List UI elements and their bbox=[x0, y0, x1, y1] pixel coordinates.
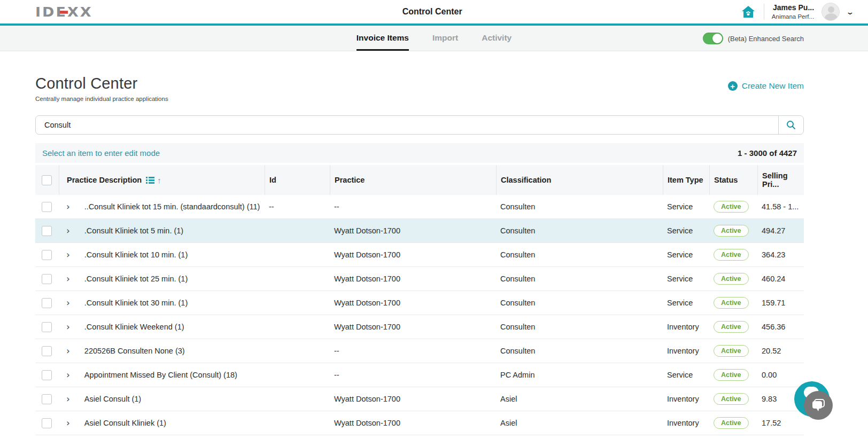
header-id[interactable]: Id bbox=[265, 165, 330, 195]
row-selling-price: 41.58 - 1... bbox=[762, 202, 799, 211]
expand-chevron-icon[interactable]: › bbox=[66, 371, 70, 380]
row-checkbox-cell bbox=[35, 226, 59, 236]
row-checkbox-cell bbox=[35, 370, 59, 380]
row-selling-price: 456.36 bbox=[762, 323, 785, 331]
table-row[interactable]: › ..Consult Kliniek tot 15 min. (standaa… bbox=[35, 195, 804, 219]
table-row[interactable]: › .Consult Kliniek tot 25 min. (1) Wyatt… bbox=[35, 267, 804, 291]
row-item-type-cell: Service bbox=[663, 202, 709, 211]
row-practice-cell: Wyatt Dotson-1700 bbox=[330, 299, 496, 307]
row-description[interactable]: .Consult Kliniek tot 5 min. (1) bbox=[84, 226, 183, 235]
row-practice: Wyatt Dotson-1700 bbox=[334, 419, 400, 427]
header-item-type[interactable]: Item Type bbox=[663, 165, 709, 195]
expand-chevron-icon[interactable]: › bbox=[66, 323, 70, 332]
row-classification: Asiel bbox=[500, 395, 517, 403]
row-status-cell: Active bbox=[709, 417, 757, 429]
table-row[interactable]: › .Consult Kliniek tot 30 min. (1) Wyatt… bbox=[35, 291, 804, 315]
row-classification-cell: Consulten bbox=[496, 275, 663, 283]
row-description[interactable]: Asiel Consult (1) bbox=[84, 395, 141, 403]
header-status[interactable]: Status bbox=[709, 165, 757, 195]
row-item-type: Inventory bbox=[667, 419, 699, 427]
table-row[interactable]: › .Consult Kliniek tot 5 min. (1) Wyatt … bbox=[35, 219, 804, 243]
table-row[interactable]: › .Consult Kliniek Weekend (1) Wyatt Dot… bbox=[35, 315, 804, 339]
row-item-type: Service bbox=[667, 275, 693, 283]
status-badge: Active bbox=[714, 369, 749, 381]
status-badge: Active bbox=[714, 417, 749, 429]
expand-chevron-icon[interactable]: › bbox=[66, 347, 70, 356]
expand-chevron-icon[interactable]: › bbox=[66, 202, 70, 211]
chevron-down-icon[interactable]: ⌄ bbox=[846, 8, 854, 16]
tab-activity[interactable]: Activity bbox=[482, 26, 511, 51]
user-info[interactable]: James Pu... Animana Perf... bbox=[772, 3, 814, 20]
row-status-cell: Active bbox=[709, 297, 757, 309]
row-classification-cell: PC Admin bbox=[496, 371, 663, 379]
header-practice[interactable]: Practice bbox=[330, 165, 496, 195]
row-checkbox[interactable] bbox=[42, 394, 52, 404]
table-row[interactable]: › 220526B Consulten None (3) -- Consulte… bbox=[35, 339, 804, 363]
row-practice-cell: Wyatt Dotson-1700 bbox=[330, 275, 496, 283]
row-description[interactable]: ..Consult Kliniek tot 15 min. (standaard… bbox=[84, 202, 260, 211]
row-checkbox[interactable] bbox=[42, 226, 52, 236]
chat-bubble-launcher-icon bbox=[804, 391, 833, 420]
header-practice-description[interactable]: Practice Description ↑ bbox=[59, 165, 265, 195]
row-checkbox[interactable] bbox=[42, 370, 52, 380]
header-selling-price-label: Selling Pri... bbox=[762, 171, 804, 189]
home-button[interactable] bbox=[740, 4, 756, 20]
row-classification: Consulten bbox=[500, 250, 535, 259]
row-item-type-cell: Service bbox=[663, 299, 709, 307]
row-checkbox[interactable] bbox=[42, 250, 52, 260]
table-row[interactable]: › .Consult Kliniek tot 10 min. (1) Wyatt… bbox=[35, 243, 804, 267]
row-description[interactable]: .Consult Kliniek tot 10 min. (1) bbox=[84, 250, 188, 259]
status-badge: Active bbox=[714, 249, 749, 261]
page-title-row: Control Center Centrally manage individu… bbox=[35, 75, 804, 102]
row-checkbox[interactable] bbox=[42, 202, 52, 212]
table-row[interactable]: › Asiel Consult (1) Wyatt Dotson-1700 As… bbox=[35, 387, 804, 411]
expand-chevron-icon[interactable]: › bbox=[66, 299, 70, 308]
row-description[interactable]: 220526B Consulten None (3) bbox=[84, 347, 185, 355]
row-checkbox-cell bbox=[35, 346, 59, 356]
tab-invoice-items[interactable]: Invoice Items bbox=[356, 26, 409, 51]
tab-import[interactable]: Import bbox=[432, 26, 458, 51]
row-checkbox[interactable] bbox=[42, 274, 52, 284]
row-item-type-cell: Service bbox=[663, 226, 709, 235]
edit-mode-link[interactable]: Select an item to enter edit mode bbox=[42, 148, 160, 158]
row-description[interactable]: Appointment Missed By Client (Consult) (… bbox=[84, 371, 237, 379]
row-practice: Wyatt Dotson-1700 bbox=[334, 226, 400, 235]
app-title: Control Center bbox=[402, 7, 462, 17]
expand-chevron-icon[interactable]: › bbox=[66, 395, 70, 404]
row-classification: Consulten bbox=[500, 275, 535, 283]
table-row[interactable]: › Asiel Consult Kliniek (1) Wyatt Dotson… bbox=[35, 411, 804, 435]
header-classification-label: Classification bbox=[501, 176, 551, 184]
row-selling-price: 159.71 bbox=[762, 299, 785, 307]
row-checkbox[interactable] bbox=[42, 298, 52, 308]
chat-launcher[interactable] bbox=[794, 381, 832, 419]
expand-chevron-icon[interactable]: › bbox=[66, 275, 70, 284]
row-practice: Wyatt Dotson-1700 bbox=[334, 250, 400, 259]
avatar[interactable] bbox=[821, 3, 840, 21]
search-bar bbox=[35, 115, 804, 135]
expand-chevron-icon[interactable]: › bbox=[66, 226, 70, 236]
header-sort-icons: ↑ bbox=[146, 176, 161, 185]
row-description[interactable]: Asiel Consult Kliniek (1) bbox=[84, 419, 166, 427]
expand-chevron-icon[interactable]: › bbox=[66, 250, 70, 260]
row-checkbox[interactable] bbox=[42, 346, 52, 356]
header-classification[interactable]: Classification bbox=[496, 165, 663, 195]
select-all-checkbox[interactable] bbox=[42, 175, 52, 185]
row-status-cell: Active bbox=[709, 369, 757, 381]
row-description-cell: › .Consult Kliniek tot 25 min. (1) bbox=[59, 275, 265, 284]
row-classification-cell: Consulten bbox=[496, 202, 663, 211]
expand-chevron-icon[interactable]: › bbox=[66, 419, 70, 428]
table-row[interactable]: › Appointment Missed By Client (Consult)… bbox=[35, 363, 804, 387]
row-description[interactable]: .Consult Kliniek tot 30 min. (1) bbox=[84, 299, 188, 307]
row-status-cell: Active bbox=[709, 225, 757, 237]
enhanced-search-toggle[interactable] bbox=[703, 33, 723, 44]
search-button[interactable] bbox=[778, 116, 803, 134]
search-input[interactable] bbox=[36, 116, 778, 134]
header-selling-price[interactable]: Selling Pri... bbox=[757, 165, 804, 195]
row-checkbox[interactable] bbox=[42, 418, 52, 428]
row-checkbox[interactable] bbox=[42, 322, 52, 332]
sort-asc-arrow-icon[interactable]: ↑ bbox=[157, 176, 161, 185]
row-description[interactable]: .Consult Kliniek Weekend (1) bbox=[84, 323, 184, 331]
create-new-item-button[interactable]: + Create New Item bbox=[728, 81, 804, 91]
row-description[interactable]: .Consult Kliniek tot 25 min. (1) bbox=[84, 275, 188, 283]
column-settings-icon[interactable] bbox=[146, 176, 154, 184]
